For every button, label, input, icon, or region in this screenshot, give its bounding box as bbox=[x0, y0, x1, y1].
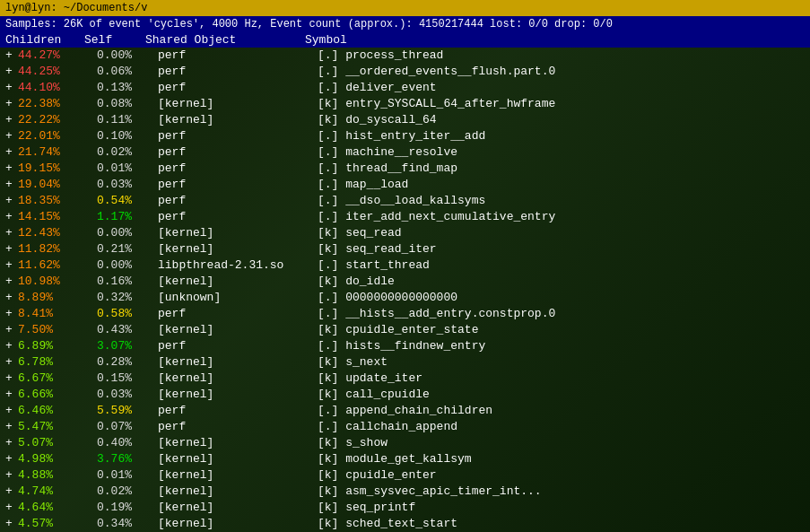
col-header-shared[interactable]: Shared Object bbox=[145, 33, 305, 47]
table-row[interactable]: +19.15%0.01%perf[.] thread__find_map bbox=[0, 161, 810, 177]
self-pct: 0.08% bbox=[97, 96, 158, 112]
children-pct: 6.66% bbox=[18, 387, 97, 403]
table-row[interactable]: +18.35%0.54%perf[.] __dso__load_kallsyms bbox=[0, 193, 810, 209]
table-row[interactable]: +8.41%0.58%perf[.] __hists__add_entry.co… bbox=[0, 306, 810, 322]
self-pct: 0.02% bbox=[97, 144, 158, 161]
table-row[interactable]: +11.62%0.00%libpthread-2.31.so[.] start_… bbox=[0, 257, 810, 274]
symbol-name: [k] module_get_kallsym bbox=[318, 451, 805, 467]
expand-icon[interactable]: + bbox=[5, 177, 16, 193]
symbol-name: [.] iter_add_next_cumulative_entry bbox=[318, 209, 805, 225]
expand-icon[interactable]: + bbox=[5, 484, 16, 500]
expand-icon[interactable]: + bbox=[5, 435, 16, 451]
shared-object: libpthread-2.31.so bbox=[158, 257, 318, 274]
expand-icon[interactable]: + bbox=[5, 387, 16, 403]
expand-icon[interactable]: + bbox=[5, 225, 16, 241]
table-row[interactable]: +21.74%0.02%perf[.] machine__resolve bbox=[0, 144, 810, 161]
shared-object: [kernel] bbox=[158, 241, 318, 257]
children-pct: 5.47% bbox=[18, 419, 97, 435]
table-row[interactable]: +8.89%0.32%[unknown][.] 0000000000000000 bbox=[0, 290, 810, 306]
expand-icon[interactable]: + bbox=[5, 467, 16, 484]
table-row[interactable]: +22.38%0.08%[kernel][k] entry_SYSCALL_64… bbox=[0, 96, 810, 112]
self-pct: 0.01% bbox=[97, 467, 158, 484]
expand-icon[interactable]: + bbox=[5, 338, 16, 354]
table-row[interactable]: +10.98%0.16%[kernel][k] do_idle bbox=[0, 274, 810, 290]
symbol-name: [k] do_idle bbox=[318, 274, 805, 290]
expand-icon[interactable]: + bbox=[5, 241, 16, 257]
self-pct: 0.32% bbox=[97, 290, 158, 306]
col-header-symbol[interactable]: Symbol bbox=[305, 33, 805, 47]
header-text: Samples: 26K of event 'cycles', 4000 Hz,… bbox=[5, 18, 613, 31]
table-row[interactable]: +22.22%0.11%[kernel][k] do_syscall_64 bbox=[0, 112, 810, 128]
table-row[interactable]: +5.07%0.40%[kernel][k] s_show bbox=[0, 435, 810, 451]
shared-object: perf bbox=[158, 403, 318, 419]
expand-icon[interactable]: + bbox=[5, 371, 16, 387]
column-headers: Children Self Shared Object Symbol bbox=[0, 32, 810, 48]
symbol-name: [k] s_show bbox=[318, 435, 805, 451]
shared-object: [kernel] bbox=[158, 322, 318, 338]
children-pct: 19.04% bbox=[18, 177, 97, 193]
col-header-self[interactable]: Self bbox=[84, 33, 145, 47]
expand-icon[interactable]: + bbox=[5, 161, 16, 177]
table-row[interactable]: +4.57%0.34%[kernel][k] sched_text_start bbox=[0, 516, 810, 532]
symbol-name: [k] entry_SYSCALL_64_after_hwframe bbox=[318, 96, 805, 112]
shared-object: perf bbox=[158, 419, 318, 435]
table-row[interactable]: +44.10%0.13%perf[.] deliver_event bbox=[0, 80, 810, 96]
table-row[interactable]: +7.50%0.43%[kernel][k] cpuidle_enter_sta… bbox=[0, 322, 810, 338]
table-row[interactable]: +4.64%0.19%[kernel][k] seq_printf bbox=[0, 500, 810, 516]
col-header-children[interactable]: Children bbox=[5, 33, 84, 47]
expand-icon[interactable]: + bbox=[5, 193, 16, 209]
expand-icon[interactable]: + bbox=[5, 80, 16, 96]
table-row[interactable]: +6.89%3.07%perf[.] hists__findnew_entry bbox=[0, 338, 810, 354]
expand-icon[interactable]: + bbox=[5, 128, 16, 144]
shared-object: perf bbox=[158, 338, 318, 354]
table-row[interactable]: +19.04%0.03%perf[.] map__load bbox=[0, 177, 810, 193]
expand-icon[interactable]: + bbox=[5, 274, 16, 290]
children-pct: 6.67% bbox=[18, 371, 97, 387]
expand-icon[interactable]: + bbox=[5, 306, 16, 322]
table-row[interactable]: +11.82%0.21%[kernel][k] seq_read_iter bbox=[0, 241, 810, 257]
table-row[interactable]: +5.47%0.07%perf[.] callchain_append bbox=[0, 419, 810, 435]
table-row[interactable]: +44.25%0.06%perf[.] __ordered_events__fl… bbox=[0, 64, 810, 80]
expand-icon[interactable]: + bbox=[5, 500, 16, 516]
children-pct: 4.88% bbox=[18, 467, 97, 484]
self-pct: 3.76% bbox=[97, 451, 158, 467]
expand-icon[interactable]: + bbox=[5, 64, 16, 80]
expand-icon[interactable]: + bbox=[5, 354, 16, 371]
children-pct: 4.64% bbox=[18, 500, 97, 516]
shared-object: [kernel] bbox=[158, 225, 318, 241]
shared-object: [kernel] bbox=[158, 112, 318, 128]
expand-icon[interactable]: + bbox=[5, 96, 16, 112]
table-row[interactable]: +44.27%0.00%perf[.] process_thread bbox=[0, 48, 810, 64]
data-table: +44.27%0.00%perf[.] process_thread+44.25… bbox=[0, 48, 810, 532]
self-pct: 0.00% bbox=[97, 48, 158, 64]
symbol-name: [.] callchain_append bbox=[318, 419, 805, 435]
table-row[interactable]: +4.88%0.01%[kernel][k] cpuidle_enter bbox=[0, 467, 810, 484]
self-pct: 0.11% bbox=[97, 112, 158, 128]
expand-icon[interactable]: + bbox=[5, 209, 16, 225]
table-row[interactable]: +6.66%0.03%[kernel][k] call_cpuidle bbox=[0, 387, 810, 403]
table-row[interactable]: +22.01%0.10%perf[.] hist_entry_iter__add bbox=[0, 128, 810, 144]
children-pct: 7.50% bbox=[18, 322, 97, 338]
children-pct: 22.22% bbox=[18, 112, 97, 128]
expand-icon[interactable]: + bbox=[5, 322, 16, 338]
expand-icon[interactable]: + bbox=[5, 290, 16, 306]
expand-icon[interactable]: + bbox=[5, 257, 16, 274]
expand-icon[interactable]: + bbox=[5, 48, 16, 64]
expand-icon[interactable]: + bbox=[5, 403, 16, 419]
table-row[interactable]: +6.78%0.28%[kernel][k] s_next bbox=[0, 354, 810, 371]
expand-icon[interactable]: + bbox=[5, 419, 16, 435]
expand-icon[interactable]: + bbox=[5, 451, 16, 467]
expand-icon[interactable]: + bbox=[5, 144, 16, 161]
table-row[interactable]: +6.46%5.59%perf[.] append_chain_children bbox=[0, 403, 810, 419]
self-pct: 0.10% bbox=[97, 128, 158, 144]
expand-icon[interactable]: + bbox=[5, 516, 16, 532]
shared-object: perf bbox=[158, 144, 318, 161]
symbol-name: [.] hist_entry_iter__add bbox=[318, 128, 805, 144]
table-row[interactable]: +12.43%0.00%[kernel][k] seq_read bbox=[0, 225, 810, 241]
table-row[interactable]: +6.67%0.15%[kernel][k] update_iter bbox=[0, 371, 810, 387]
shared-object: perf bbox=[158, 193, 318, 209]
table-row[interactable]: +4.74%0.02%[kernel][k] asm_sysvec_apic_t… bbox=[0, 484, 810, 500]
table-row[interactable]: +4.98%3.76%[kernel][k] module_get_kallsy… bbox=[0, 451, 810, 467]
table-row[interactable]: +14.15%1.17%perf[.] iter_add_next_cumula… bbox=[0, 209, 810, 225]
expand-icon[interactable]: + bbox=[5, 112, 16, 128]
